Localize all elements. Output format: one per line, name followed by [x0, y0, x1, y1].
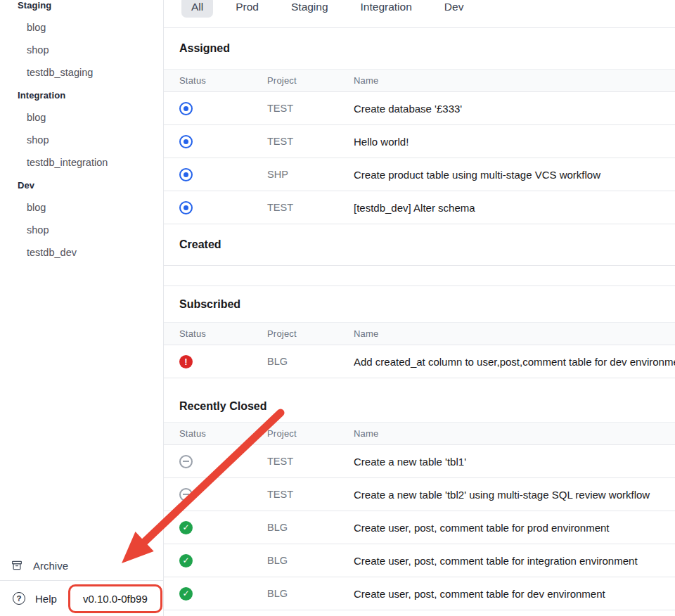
archive-button[interactable]: Archive	[0, 551, 163, 580]
issue-status-icon	[179, 201, 193, 214]
issue-name: Create a new table 'tbl2' using multi-st…	[354, 489, 675, 501]
sidebar-db-dev-shop[interactable]: shop	[0, 219, 163, 241]
issue-project: BLG	[267, 588, 354, 599]
col-project: Project	[267, 428, 354, 439]
col-project: Project	[267, 328, 354, 339]
section-title-assigned: Assigned	[164, 28, 675, 69]
archive-icon	[11, 559, 23, 572]
issue-row[interactable]: BLG Add created_at column to user,post,c…	[164, 345, 675, 378]
env-group-dev: Dev	[0, 174, 163, 196]
issue-status-icon	[179, 554, 193, 567]
issue-name: Create database '£333'	[354, 103, 675, 115]
issue-status-icon	[179, 168, 193, 181]
sidebar-db-testdb-dev[interactable]: testdb_dev	[0, 241, 163, 264]
tab-dev[interactable]: Dev	[435, 0, 474, 18]
environment-tabbar: All Prod Staging Integration Dev	[164, 0, 675, 28]
tab-integration[interactable]: Integration	[351, 0, 422, 18]
issue-project: TEST	[267, 136, 354, 147]
section-title-subscribed: Subscribed	[164, 286, 675, 322]
col-status: Status	[179, 328, 267, 339]
issue-project: SHP	[267, 169, 354, 180]
sidebar-db-integration-blog[interactable]: blog	[0, 106, 163, 129]
issue-name: Create user, post, comment table for dev…	[354, 588, 675, 600]
tab-all[interactable]: All	[181, 0, 213, 18]
issue-status-icon	[179, 102, 193, 115]
sidebar: Staging blog shop testdb_staging Integra…	[0, 0, 164, 616]
tab-staging[interactable]: Staging	[281, 0, 338, 18]
help-icon: ?	[13, 592, 25, 605]
version-badge: v0.10.0-0fb99	[68, 584, 162, 613]
issue-status-icon	[179, 355, 193, 368]
empty-table-created	[164, 265, 675, 286]
help-row: ? Help v0.10.0-0fb99	[0, 580, 163, 616]
col-status: Status	[179, 75, 267, 86]
issue-row[interactable]: TEST Create a new table 'tbl1'	[164, 445, 675, 478]
issue-name: [testdb_dev] Alter schema	[354, 202, 675, 214]
database-tree: Staging blog shop testdb_staging Integra…	[0, 0, 163, 264]
issue-name: Create user, post, comment table for int…	[354, 555, 675, 567]
issue-project: TEST	[267, 103, 354, 114]
archive-label: Archive	[33, 560, 68, 572]
issue-name: Create user, post, comment table for pro…	[354, 522, 675, 534]
issue-project: TEST	[267, 489, 354, 500]
sidebar-db-staging-blog[interactable]: blog	[0, 16, 163, 39]
col-status: Status	[179, 428, 267, 439]
issue-row[interactable]: BLG Create user, post, comment table for…	[164, 577, 675, 610]
env-group-staging: Staging	[0, 0, 163, 16]
issue-row[interactable]: TEST [testdb_dev] Alter schema	[164, 191, 675, 224]
issue-name: Add created_at column to user,post,comme…	[354, 356, 675, 368]
issue-status-icon	[179, 521, 193, 534]
app-window: Staging blog shop testdb_staging Integra…	[0, 0, 675, 616]
sidebar-db-dev-blog[interactable]: blog	[0, 196, 163, 219]
col-name: Name	[354, 428, 675, 439]
issue-row[interactable]: SHP Create product table using multi-sta…	[164, 158, 675, 191]
issue-row[interactable]: TEST Create database '£333'	[164, 92, 675, 125]
issue-name: Create a new table 'tbl1'	[354, 456, 675, 468]
issue-row[interactable]: BLG Create user, post, comment table for…	[164, 511, 675, 544]
section-title-recently-closed: Recently Closed	[164, 378, 675, 422]
sidebar-db-testdb-staging[interactable]: testdb_staging	[0, 61, 163, 84]
sidebar-db-testdb-integration[interactable]: testdb_integration	[0, 151, 163, 174]
issue-status-icon	[179, 587, 193, 601]
table-header: Status Project Name	[164, 69, 675, 92]
issue-project: TEST	[267, 456, 354, 467]
issue-project: TEST	[267, 202, 354, 213]
issue-row[interactable]: TEST Create a new table 'tbl2' using mul…	[164, 478, 675, 511]
sidebar-db-staging-shop[interactable]: shop	[0, 39, 163, 61]
help-button[interactable]: ? Help	[13, 592, 57, 605]
issue-name: Hello world!	[354, 136, 675, 148]
issue-row[interactable]: TEST Hello world!	[164, 125, 675, 158]
table-header: Status Project Name	[164, 422, 675, 445]
table-header: Status Project Name	[164, 322, 675, 345]
sidebar-db-integration-shop[interactable]: shop	[0, 129, 163, 151]
issue-project: BLG	[267, 522, 354, 533]
env-group-integration: Integration	[0, 84, 163, 106]
col-project: Project	[267, 75, 354, 86]
tab-prod[interactable]: Prod	[226, 0, 269, 18]
col-name: Name	[354, 75, 675, 86]
issue-status-icon	[179, 488, 193, 501]
main-content: All Prod Staging Integration Dev Assigne…	[164, 0, 675, 616]
issue-name: Create product table using multi-stage V…	[354, 169, 675, 181]
issue-status-icon	[179, 455, 193, 468]
sidebar-footer: Archive ? Help v0.10.0-0fb99	[0, 551, 163, 616]
issue-row[interactable]: BLG Create user, post, comment table for…	[164, 544, 675, 577]
help-label: Help	[35, 593, 57, 605]
issue-project: BLG	[267, 356, 354, 367]
issue-status-icon	[179, 135, 193, 148]
issue-project: BLG	[267, 555, 354, 566]
section-title-created: Created	[164, 224, 675, 265]
col-name: Name	[354, 328, 675, 339]
